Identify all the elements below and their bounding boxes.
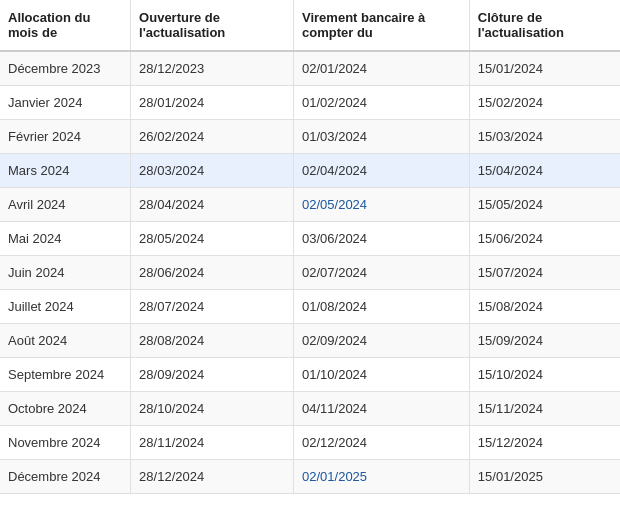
cell-ouverture: 28/11/2024 <box>131 426 294 460</box>
table-row: Octobre 202428/10/202404/11/202415/11/20… <box>0 392 620 426</box>
allocation-table: Allocation du mois de Ouverture de l'act… <box>0 0 620 494</box>
cell-mois: Mai 2024 <box>0 222 131 256</box>
virement-link[interactable]: 02/01/2025 <box>302 469 367 484</box>
cell-virement: 02/09/2024 <box>294 324 470 358</box>
table-row: Décembre 202428/12/202402/01/202515/01/2… <box>0 460 620 494</box>
cell-cloture: 15/01/2024 <box>469 51 620 86</box>
cell-virement: 02/07/2024 <box>294 256 470 290</box>
cell-virement: 04/11/2024 <box>294 392 470 426</box>
cell-mois: Décembre 2023 <box>0 51 131 86</box>
cell-mois: Juillet 2024 <box>0 290 131 324</box>
cell-ouverture: 26/02/2024 <box>131 120 294 154</box>
cell-mois: Juin 2024 <box>0 256 131 290</box>
cell-cloture: 15/03/2024 <box>469 120 620 154</box>
cell-ouverture: 28/12/2023 <box>131 51 294 86</box>
cell-cloture: 15/01/2025 <box>469 460 620 494</box>
table-row: Décembre 202328/12/202302/01/202415/01/2… <box>0 51 620 86</box>
cell-mois: Novembre 2024 <box>0 426 131 460</box>
table-row: Septembre 202428/09/202401/10/202415/10/… <box>0 358 620 392</box>
cell-virement[interactable]: 02/05/2024 <box>294 188 470 222</box>
cell-ouverture: 28/08/2024 <box>131 324 294 358</box>
cell-virement: 02/01/2024 <box>294 51 470 86</box>
table-row: Janvier 202428/01/202401/02/202415/02/20… <box>0 86 620 120</box>
table-body: Décembre 202328/12/202302/01/202415/01/2… <box>0 51 620 494</box>
cell-cloture: 15/05/2024 <box>469 188 620 222</box>
col-header-virement: Virement bancaire à compter du <box>294 0 470 51</box>
cell-mois: Octobre 2024 <box>0 392 131 426</box>
virement-link[interactable]: 02/05/2024 <box>302 197 367 212</box>
table-row: Février 202426/02/202401/03/202415/03/20… <box>0 120 620 154</box>
cell-virement: 01/03/2024 <box>294 120 470 154</box>
table-row: Juin 202428/06/202402/07/202415/07/2024 <box>0 256 620 290</box>
cell-cloture: 15/11/2024 <box>469 392 620 426</box>
col-header-mois: Allocation du mois de <box>0 0 131 51</box>
cell-mois: Avril 2024 <box>0 188 131 222</box>
table-header-row: Allocation du mois de Ouverture de l'act… <box>0 0 620 51</box>
cell-cloture: 15/02/2024 <box>469 86 620 120</box>
cell-cloture: 15/04/2024 <box>469 154 620 188</box>
cell-mois: Août 2024 <box>0 324 131 358</box>
table-row: Novembre 202428/11/202402/12/202415/12/2… <box>0 426 620 460</box>
cell-mois: Février 2024 <box>0 120 131 154</box>
cell-ouverture: 28/07/2024 <box>131 290 294 324</box>
cell-cloture: 15/07/2024 <box>469 256 620 290</box>
cell-cloture: 15/09/2024 <box>469 324 620 358</box>
cell-ouverture: 28/05/2024 <box>131 222 294 256</box>
cell-virement: 02/12/2024 <box>294 426 470 460</box>
cell-virement: 01/08/2024 <box>294 290 470 324</box>
cell-virement: 02/04/2024 <box>294 154 470 188</box>
cell-mois: Mars 2024 <box>0 154 131 188</box>
cell-ouverture: 28/12/2024 <box>131 460 294 494</box>
table-row: Mai 202428/05/202403/06/202415/06/2024 <box>0 222 620 256</box>
table-row: Avril 202428/04/202402/05/202415/05/2024 <box>0 188 620 222</box>
cell-ouverture: 28/10/2024 <box>131 392 294 426</box>
table-row: Mars 202428/03/202402/04/202415/04/2024 <box>0 154 620 188</box>
cell-mois: Septembre 2024 <box>0 358 131 392</box>
cell-ouverture: 28/03/2024 <box>131 154 294 188</box>
cell-ouverture: 28/06/2024 <box>131 256 294 290</box>
cell-virement: 01/02/2024 <box>294 86 470 120</box>
cell-mois: Janvier 2024 <box>0 86 131 120</box>
cell-cloture: 15/10/2024 <box>469 358 620 392</box>
col-header-cloture: Clôture de l'actualisation <box>469 0 620 51</box>
cell-virement: 01/10/2024 <box>294 358 470 392</box>
cell-cloture: 15/08/2024 <box>469 290 620 324</box>
cell-virement: 03/06/2024 <box>294 222 470 256</box>
cell-mois: Décembre 2024 <box>0 460 131 494</box>
cell-ouverture: 28/01/2024 <box>131 86 294 120</box>
cell-ouverture: 28/09/2024 <box>131 358 294 392</box>
cell-cloture: 15/12/2024 <box>469 426 620 460</box>
col-header-ouverture: Ouverture de l'actualisation <box>131 0 294 51</box>
table-row: Août 202428/08/202402/09/202415/09/2024 <box>0 324 620 358</box>
cell-cloture: 15/06/2024 <box>469 222 620 256</box>
cell-virement[interactable]: 02/01/2025 <box>294 460 470 494</box>
cell-ouverture: 28/04/2024 <box>131 188 294 222</box>
table-row: Juillet 202428/07/202401/08/202415/08/20… <box>0 290 620 324</box>
